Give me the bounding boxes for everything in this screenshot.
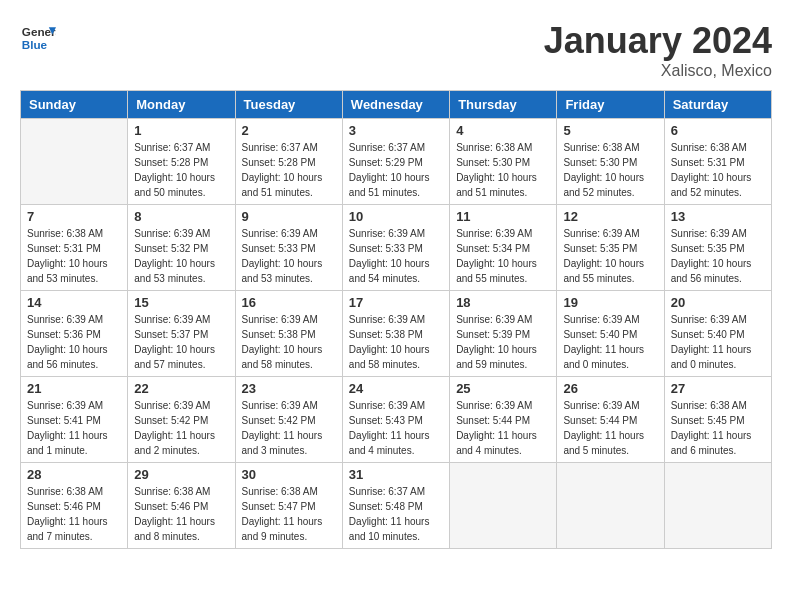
day-number: 11 bbox=[456, 209, 550, 224]
calendar-cell: 5 Sunrise: 6:38 AMSunset: 5:30 PMDayligh… bbox=[557, 119, 664, 205]
calendar-cell: 12 Sunrise: 6:39 AMSunset: 5:35 PMDaylig… bbox=[557, 205, 664, 291]
calendar-cell: 1 Sunrise: 6:37 AMSunset: 5:28 PMDayligh… bbox=[128, 119, 235, 205]
calendar-cell: 30 Sunrise: 6:38 AMSunset: 5:47 PMDaylig… bbox=[235, 463, 342, 549]
day-number: 9 bbox=[242, 209, 336, 224]
day-number: 24 bbox=[349, 381, 443, 396]
weekday-header-sunday: Sunday bbox=[21, 91, 128, 119]
day-number: 30 bbox=[242, 467, 336, 482]
day-number: 18 bbox=[456, 295, 550, 310]
day-info: Sunrise: 6:38 AMSunset: 5:30 PMDaylight:… bbox=[456, 140, 550, 200]
day-number: 14 bbox=[27, 295, 121, 310]
day-number: 21 bbox=[27, 381, 121, 396]
month-title: January 2024 bbox=[544, 20, 772, 62]
day-info: Sunrise: 6:37 AMSunset: 5:28 PMDaylight:… bbox=[134, 140, 228, 200]
day-info: Sunrise: 6:38 AMSunset: 5:30 PMDaylight:… bbox=[563, 140, 657, 200]
day-number: 16 bbox=[242, 295, 336, 310]
weekday-header-thursday: Thursday bbox=[450, 91, 557, 119]
day-info: Sunrise: 6:39 AMSunset: 5:36 PMDaylight:… bbox=[27, 312, 121, 372]
day-number: 19 bbox=[563, 295, 657, 310]
calendar-week-5: 28 Sunrise: 6:38 AMSunset: 5:46 PMDaylig… bbox=[21, 463, 772, 549]
location-title: Xalisco, Mexico bbox=[544, 62, 772, 80]
calendar-cell: 14 Sunrise: 6:39 AMSunset: 5:36 PMDaylig… bbox=[21, 291, 128, 377]
day-number: 15 bbox=[134, 295, 228, 310]
day-info: Sunrise: 6:38 AMSunset: 5:31 PMDaylight:… bbox=[671, 140, 765, 200]
day-info: Sunrise: 6:39 AMSunset: 5:35 PMDaylight:… bbox=[563, 226, 657, 286]
day-info: Sunrise: 6:38 AMSunset: 5:46 PMDaylight:… bbox=[134, 484, 228, 544]
calendar-cell: 2 Sunrise: 6:37 AMSunset: 5:28 PMDayligh… bbox=[235, 119, 342, 205]
day-number: 26 bbox=[563, 381, 657, 396]
calendar-cell: 29 Sunrise: 6:38 AMSunset: 5:46 PMDaylig… bbox=[128, 463, 235, 549]
logo-icon: General Blue bbox=[20, 20, 56, 56]
day-info: Sunrise: 6:38 AMSunset: 5:47 PMDaylight:… bbox=[242, 484, 336, 544]
day-number: 23 bbox=[242, 381, 336, 396]
day-info: Sunrise: 6:38 AMSunset: 5:46 PMDaylight:… bbox=[27, 484, 121, 544]
calendar-cell: 22 Sunrise: 6:39 AMSunset: 5:42 PMDaylig… bbox=[128, 377, 235, 463]
day-info: Sunrise: 6:39 AMSunset: 5:39 PMDaylight:… bbox=[456, 312, 550, 372]
day-number: 13 bbox=[671, 209, 765, 224]
day-info: Sunrise: 6:39 AMSunset: 5:35 PMDaylight:… bbox=[671, 226, 765, 286]
day-number: 1 bbox=[134, 123, 228, 138]
day-info: Sunrise: 6:39 AMSunset: 5:42 PMDaylight:… bbox=[134, 398, 228, 458]
calendar-cell: 13 Sunrise: 6:39 AMSunset: 5:35 PMDaylig… bbox=[664, 205, 771, 291]
calendar-cell: 7 Sunrise: 6:38 AMSunset: 5:31 PMDayligh… bbox=[21, 205, 128, 291]
page-header: General Blue January 2024 Xalisco, Mexic… bbox=[20, 20, 772, 80]
svg-text:Blue: Blue bbox=[22, 38, 48, 51]
weekday-header-wednesday: Wednesday bbox=[342, 91, 449, 119]
calendar-cell: 17 Sunrise: 6:39 AMSunset: 5:38 PMDaylig… bbox=[342, 291, 449, 377]
calendar-cell: 21 Sunrise: 6:39 AMSunset: 5:41 PMDaylig… bbox=[21, 377, 128, 463]
calendar-cell: 18 Sunrise: 6:39 AMSunset: 5:39 PMDaylig… bbox=[450, 291, 557, 377]
day-number: 29 bbox=[134, 467, 228, 482]
weekday-header-saturday: Saturday bbox=[664, 91, 771, 119]
calendar-cell: 26 Sunrise: 6:39 AMSunset: 5:44 PMDaylig… bbox=[557, 377, 664, 463]
day-info: Sunrise: 6:39 AMSunset: 5:34 PMDaylight:… bbox=[456, 226, 550, 286]
calendar-cell: 31 Sunrise: 6:37 AMSunset: 5:48 PMDaylig… bbox=[342, 463, 449, 549]
weekday-header-tuesday: Tuesday bbox=[235, 91, 342, 119]
day-info: Sunrise: 6:39 AMSunset: 5:42 PMDaylight:… bbox=[242, 398, 336, 458]
day-number: 8 bbox=[134, 209, 228, 224]
day-info: Sunrise: 6:39 AMSunset: 5:44 PMDaylight:… bbox=[563, 398, 657, 458]
day-number: 12 bbox=[563, 209, 657, 224]
day-info: Sunrise: 6:39 AMSunset: 5:38 PMDaylight:… bbox=[242, 312, 336, 372]
calendar-cell: 3 Sunrise: 6:37 AMSunset: 5:29 PMDayligh… bbox=[342, 119, 449, 205]
day-info: Sunrise: 6:39 AMSunset: 5:41 PMDaylight:… bbox=[27, 398, 121, 458]
calendar-cell: 10 Sunrise: 6:39 AMSunset: 5:33 PMDaylig… bbox=[342, 205, 449, 291]
calendar-week-1: 1 Sunrise: 6:37 AMSunset: 5:28 PMDayligh… bbox=[21, 119, 772, 205]
day-number: 17 bbox=[349, 295, 443, 310]
title-area: January 2024 Xalisco, Mexico bbox=[544, 20, 772, 80]
day-info: Sunrise: 6:37 AMSunset: 5:28 PMDaylight:… bbox=[242, 140, 336, 200]
weekday-header-friday: Friday bbox=[557, 91, 664, 119]
day-number: 10 bbox=[349, 209, 443, 224]
calendar-cell: 25 Sunrise: 6:39 AMSunset: 5:44 PMDaylig… bbox=[450, 377, 557, 463]
day-info: Sunrise: 6:38 AMSunset: 5:45 PMDaylight:… bbox=[671, 398, 765, 458]
calendar-cell: 23 Sunrise: 6:39 AMSunset: 5:42 PMDaylig… bbox=[235, 377, 342, 463]
day-number: 31 bbox=[349, 467, 443, 482]
calendar-cell bbox=[664, 463, 771, 549]
calendar-cell: 20 Sunrise: 6:39 AMSunset: 5:40 PMDaylig… bbox=[664, 291, 771, 377]
day-info: Sunrise: 6:39 AMSunset: 5:32 PMDaylight:… bbox=[134, 226, 228, 286]
day-info: Sunrise: 6:37 AMSunset: 5:29 PMDaylight:… bbox=[349, 140, 443, 200]
day-number: 2 bbox=[242, 123, 336, 138]
weekday-header-monday: Monday bbox=[128, 91, 235, 119]
calendar-cell bbox=[557, 463, 664, 549]
day-number: 28 bbox=[27, 467, 121, 482]
logo: General Blue bbox=[20, 20, 56, 56]
calendar-cell: 16 Sunrise: 6:39 AMSunset: 5:38 PMDaylig… bbox=[235, 291, 342, 377]
day-number: 7 bbox=[27, 209, 121, 224]
calendar-cell: 8 Sunrise: 6:39 AMSunset: 5:32 PMDayligh… bbox=[128, 205, 235, 291]
day-info: Sunrise: 6:39 AMSunset: 5:33 PMDaylight:… bbox=[242, 226, 336, 286]
day-info: Sunrise: 6:39 AMSunset: 5:40 PMDaylight:… bbox=[671, 312, 765, 372]
calendar-cell: 6 Sunrise: 6:38 AMSunset: 5:31 PMDayligh… bbox=[664, 119, 771, 205]
calendar-week-3: 14 Sunrise: 6:39 AMSunset: 5:36 PMDaylig… bbox=[21, 291, 772, 377]
day-number: 6 bbox=[671, 123, 765, 138]
calendar-cell: 28 Sunrise: 6:38 AMSunset: 5:46 PMDaylig… bbox=[21, 463, 128, 549]
calendar-cell: 24 Sunrise: 6:39 AMSunset: 5:43 PMDaylig… bbox=[342, 377, 449, 463]
calendar-table: SundayMondayTuesdayWednesdayThursdayFrid… bbox=[20, 90, 772, 549]
calendar-cell bbox=[450, 463, 557, 549]
calendar-cell: 11 Sunrise: 6:39 AMSunset: 5:34 PMDaylig… bbox=[450, 205, 557, 291]
calendar-cell: 15 Sunrise: 6:39 AMSunset: 5:37 PMDaylig… bbox=[128, 291, 235, 377]
day-info: Sunrise: 6:39 AMSunset: 5:43 PMDaylight:… bbox=[349, 398, 443, 458]
day-info: Sunrise: 6:39 AMSunset: 5:38 PMDaylight:… bbox=[349, 312, 443, 372]
day-info: Sunrise: 6:38 AMSunset: 5:31 PMDaylight:… bbox=[27, 226, 121, 286]
svg-text:General: General bbox=[22, 25, 56, 38]
day-number: 3 bbox=[349, 123, 443, 138]
